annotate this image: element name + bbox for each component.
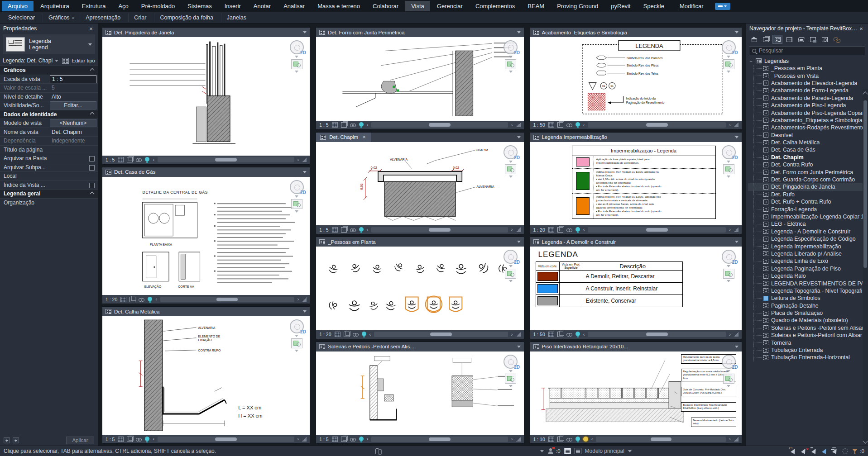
steering-wheel-icon[interactable]: 2D: [290, 40, 304, 54]
tree-item[interactable]: Legenda - A Demolir e Construir: [748, 228, 868, 235]
visual-style-icon[interactable]: [548, 437, 554, 442]
apply-button[interactable]: Aplicar: [66, 437, 94, 444]
tree-item[interactable]: Tubulação Enterrada: [748, 347, 868, 354]
scale-control[interactable]: 1 : 5: [319, 122, 328, 128]
ribbon-group[interactable]: Composição da folha: [154, 13, 221, 22]
sort-grouping-icon[interactable]: [13, 437, 19, 443]
temporary-properties-icon[interactable]: [359, 227, 364, 232]
scroll-right-icon[interactable]: ›: [511, 332, 513, 337]
scroll-left-icon[interactable]: ‹: [153, 157, 154, 162]
tree-item[interactable]: Placa de Sinalização: [748, 309, 868, 317]
scroll-right-icon[interactable]: ›: [511, 437, 513, 442]
resize-grip[interactable]: [734, 123, 739, 127]
window-title-bar[interactable]: Det. Pingadeira de Janela: [102, 28, 310, 37]
chevron-down-icon[interactable]: [509, 385, 513, 387]
edit-type-icon[interactable]: [62, 58, 69, 64]
tree-item[interactable]: Quadro de Materiais (obsoleto): [748, 317, 868, 324]
property-row[interactable]: Organização: [0, 199, 98, 208]
property-row[interactable]: Nível de detalhe Alto: [0, 93, 98, 102]
drawing-canvas[interactable]: Impermeabilização - Legenda Aplicação de…: [530, 142, 742, 226]
drawing-canvas[interactable]: Rejuntamento com pó de pedra granulometr…: [530, 352, 742, 435]
tree-item[interactable]: Det. Calha Metálica: [748, 139, 868, 146]
crop-view-icon[interactable]: [127, 157, 133, 162]
drawing-canvas[interactable]: LEGENDA Simbolo Rev. das Paredes Simbolo…: [530, 37, 742, 121]
sun-path-icon[interactable]: [583, 437, 588, 442]
tags-icon[interactable]: [796, 35, 806, 44]
type-selector[interactable]: Legenda Legend: [3, 34, 95, 54]
editing-requests-icon[interactable]: [547, 448, 554, 454]
menu-item[interactable]: Gerenciar: [431, 1, 469, 11]
sheets-icon[interactable]: [808, 35, 818, 44]
view-nav-controls[interactable]: 2D: [502, 145, 520, 178]
menu-item[interactable]: Aço: [112, 1, 134, 11]
temporary-properties-icon[interactable]: [362, 332, 366, 336]
families-icon[interactable]: [820, 35, 830, 44]
view-nav-controls[interactable]: 2D: [719, 355, 738, 387]
zoom-region-icon[interactable]: [723, 59, 734, 69]
scroll-left-icon[interactable]: ‹: [591, 437, 593, 442]
horizontal-scrollbar[interactable]: [371, 437, 508, 442]
scale-control[interactable]: 1 : 20: [533, 227, 545, 233]
resize-grip[interactable]: [302, 157, 307, 162]
horizontal-scrollbar[interactable]: [158, 437, 294, 442]
scroll-left-icon[interactable]: ‹: [583, 332, 585, 337]
temporary-properties-icon[interactable]: [359, 122, 364, 127]
tree-vertical-scrollbar[interactable]: [863, 89, 868, 446]
drawing-canvas[interactable]: 2D: [316, 37, 523, 121]
tree-item[interactable]: Acabamento de Forro-Legenda: [748, 87, 868, 94]
window-title-bar[interactable]: Det. Casa de Gás: [102, 167, 310, 177]
scroll-right-icon[interactable]: ›: [297, 297, 299, 302]
scale-control[interactable]: 1 : 5: [106, 157, 115, 162]
view-nav-controls[interactable]: 2D: [719, 250, 738, 282]
visual-style-icon[interactable]: [118, 437, 124, 442]
collapse-icon[interactable]: −: [749, 58, 753, 64]
scroll-right-icon[interactable]: ›: [297, 157, 299, 162]
window-title-bar[interactable]: Det. Forro com Junta Perimétrica: [316, 28, 523, 37]
scroll-right-icon[interactable]: ›: [511, 123, 513, 128]
temporary-properties-icon[interactable]: [359, 437, 364, 441]
drawing-canvas[interactable]: 2D: [102, 37, 310, 156]
menu-item[interactable]: Vista: [405, 1, 430, 11]
tree-item[interactable]: Det. Pingadeira de Janela: [748, 183, 868, 190]
default-3d-view-icon[interactable]: [761, 35, 771, 44]
property-row[interactable]: Dados de identidade: [0, 110, 98, 119]
chevron-down-icon[interactable]: [509, 265, 513, 267]
zoom-region-icon[interactable]: [291, 199, 302, 209]
design-option-select[interactable]: Modelo principal: [585, 448, 624, 454]
horizontal-scrollbar[interactable]: [374, 332, 508, 337]
visual-style-icon[interactable]: [548, 227, 554, 233]
menu-item[interactable]: Proving Ground: [551, 1, 604, 11]
window-title-bar[interactable]: Soleiras e Peitoris -Peitoril sem Alis..…: [316, 342, 523, 352]
menu-item[interactable]: Arquitetura: [34, 1, 75, 11]
tree-item[interactable]: Soleiras e Peitoris-Peitoril com Alisar: [748, 332, 868, 339]
steering-wheel-icon[interactable]: 2D: [722, 40, 736, 54]
scale-control[interactable]: 1 : 50: [533, 332, 545, 337]
drawing-canvas[interactable]: ALVENARIA ELEMENTO DE FIXAÇÃO CONTRA RUF…: [102, 316, 310, 435]
chevron-down-icon[interactable]: [295, 350, 298, 352]
property-row[interactable]: Gráficos: [0, 66, 98, 75]
scale-control[interactable]: 1 : 50: [533, 122, 545, 128]
tree-item[interactable]: Desnível: [748, 132, 868, 139]
resize-grip[interactable]: [302, 437, 307, 442]
chevron-down-icon[interactable]: [295, 56, 298, 58]
scroll-left-icon[interactable]: ‹: [367, 437, 369, 442]
tree-item[interactable]: Acabamento_Etiquetas e Simbologia: [748, 117, 868, 124]
chevron-down-icon[interactable]: [509, 71, 513, 73]
menu-item[interactable]: BEAM: [522, 1, 550, 11]
scroll-right-icon[interactable]: ›: [729, 227, 731, 232]
property-row[interactable]: Visibilidade/So... Editar...: [0, 101, 98, 110]
background-processes-icon[interactable]: [842, 448, 848, 454]
select-links-icon[interactable]: [790, 448, 797, 454]
tree-item[interactable]: _Pessoas em Vista: [748, 72, 868, 79]
temporary-properties-icon[interactable]: [575, 227, 580, 232]
chevron-down-icon[interactable]: [517, 346, 521, 348]
menu-item[interactable]: pyRevit: [605, 1, 636, 11]
view-nav-controls[interactable]: 2D: [288, 319, 306, 352]
ribbon-group[interactable]: Gráficos»: [43, 13, 80, 22]
close-icon[interactable]: ×: [858, 25, 865, 32]
crop-view-icon[interactable]: [344, 332, 350, 337]
tree-item[interactable]: Soleiras e Peitoris -Peitoril sem Alisar: [748, 324, 868, 332]
resize-grip[interactable]: [734, 437, 739, 442]
horizontal-scrollbar[interactable]: [596, 437, 726, 442]
menu-item[interactable]: Estrutura: [76, 1, 112, 11]
